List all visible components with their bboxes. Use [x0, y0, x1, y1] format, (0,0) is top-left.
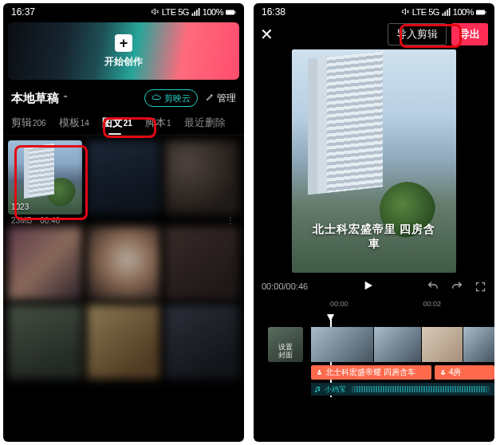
status-time: 16:38: [262, 6, 285, 18]
video-clip[interactable]: [463, 327, 494, 362]
manage-label: 管理: [217, 92, 236, 105]
phone-right-editor: 16:38 LTE 5G 100% ✕ 导入剪辑 导出 北士科宏盛帝里 四房含 …: [254, 3, 494, 442]
svg-rect-0: [191, 13, 193, 15]
tab-template[interactable]: 模板14: [59, 116, 89, 135]
mute-icon: [151, 7, 159, 18]
svg-rect-1: [194, 11, 195, 16]
manage-button[interactable]: 管理: [206, 92, 236, 105]
play-button[interactable]: [361, 279, 374, 292]
thumb-grid-2: [3, 225, 244, 379]
mute-icon: [401, 7, 410, 18]
svg-rect-4: [226, 10, 234, 14]
drafts-header: 本地草稿 ⌃ 剪映云 管理: [3, 85, 244, 112]
voice-clip-1[interactable]: 北士科宏盛帝耀 四房含车: [311, 365, 431, 380]
music-name: 小鸡宝: [325, 384, 346, 395]
status-net: LTE 5G: [412, 7, 439, 17]
thumb-7[interactable]: [8, 305, 82, 379]
waveform: [349, 386, 491, 392]
import-edit-button[interactable]: 导入剪辑: [388, 23, 447, 45]
caret-up-icon[interactable]: ⌃: [62, 94, 69, 103]
status-bar: 16:37 LTE 5G 100%: [3, 3, 244, 21]
redo-button[interactable]: [451, 280, 463, 293]
svg-rect-11: [486, 11, 486, 14]
drafts-title[interactable]: 本地草稿: [11, 91, 59, 106]
tab-clip[interactable]: 剪辑206: [11, 116, 46, 135]
thumb-1[interactable]: 1023: [8, 140, 82, 215]
tab-tuwen[interactable]: 图文21: [102, 116, 132, 135]
svg-rect-2: [196, 10, 198, 16]
thumb-9[interactable]: [165, 305, 239, 379]
tab-script[interactable]: 脚本1: [145, 116, 171, 135]
plus-icon: +: [115, 34, 132, 52]
video-clip[interactable]: [422, 327, 463, 362]
export-button[interactable]: 导出: [451, 23, 488, 45]
svg-rect-7: [444, 11, 446, 16]
svg-rect-6: [442, 13, 443, 15]
set-cover-button[interactable]: 设置封面: [268, 327, 303, 362]
voice-clip-2[interactable]: 4房: [435, 365, 494, 380]
undo-button[interactable]: [427, 280, 439, 293]
fullscreen-button[interactable]: [474, 281, 486, 293]
status-battery: 100%: [203, 7, 223, 17]
thumb-6[interactable]: [165, 226, 239, 301]
status-right: LTE 5G 100%: [151, 7, 236, 18]
thumb-3[interactable]: [165, 140, 239, 215]
svg-rect-10: [476, 10, 485, 14]
close-button[interactable]: ✕: [260, 25, 274, 44]
start-create-card[interactable]: + 开始创作: [8, 22, 239, 80]
timeline-ruler: 00:00 00:02: [254, 297, 494, 309]
preview-viewport[interactable]: 北士科宏盛帝里 四房含 車: [292, 49, 456, 273]
thumb-8[interactable]: [87, 305, 161, 379]
editor-topbar: ✕ 导入剪辑 导出: [254, 21, 494, 48]
cloud-sync-button[interactable]: 剪映云: [144, 89, 198, 107]
status-time: 16:37: [11, 6, 35, 18]
thumb-1-duration: 00:46: [40, 216, 60, 225]
transport-row: 00:00/00:46: [254, 276, 494, 297]
thumb-1-meta: 23MB 00:46 ⋮: [3, 215, 244, 225]
cloud-label: 剪映云: [164, 93, 191, 104]
thumb-1-badge: 1023: [11, 203, 29, 211]
thumb-2[interactable]: [87, 140, 161, 215]
music-track[interactable]: 小鸡宝: [311, 383, 494, 396]
tabs: 剪辑206 模板14 图文21 脚本1 最近删除: [3, 112, 244, 136]
svg-rect-3: [199, 8, 200, 16]
svg-rect-5: [235, 11, 236, 14]
timeline[interactable]: 设置封面 北士科宏盛帝耀 四房含车 4房 小鸡宝: [254, 309, 494, 397]
svg-rect-9: [449, 8, 451, 16]
signal-icon: [191, 8, 200, 17]
video-clip[interactable]: [311, 327, 373, 362]
thumb-1-size: 23MB: [11, 216, 32, 225]
thumb-grid: 1023: [3, 136, 244, 215]
signal-icon: [442, 8, 451, 17]
thumb-1-more[interactable]: ⋮: [226, 216, 236, 225]
status-bar: 16:38 LTE 5G 100%: [254, 3, 494, 21]
start-create-label: 开始创作: [104, 55, 143, 69]
thumb-4[interactable]: [8, 226, 82, 301]
cloud-icon: [152, 93, 161, 103]
thumb-5[interactable]: [87, 226, 161, 301]
video-track[interactable]: [311, 327, 494, 362]
timecode: 00:00/00:46: [262, 282, 308, 291]
status-right: LTE 5G 100%: [401, 7, 486, 18]
pencil-icon: [206, 93, 215, 104]
tab-recent-delete[interactable]: 最近删除: [184, 116, 226, 135]
battery-icon: [226, 8, 236, 17]
status-net: LTE 5G: [162, 7, 189, 17]
voice-track[interactable]: 北士科宏盛帝耀 四房含车 4房: [311, 365, 494, 380]
battery-icon: [476, 8, 486, 17]
svg-rect-8: [447, 10, 448, 16]
phone-left-drafts: 16:37 LTE 5G 100% + 开始创作 本地草稿 ⌃ 剪映云: [3, 3, 244, 442]
preview-caption: 北士科宏盛帝里 四房含 車: [292, 222, 456, 250]
status-battery: 100%: [453, 7, 474, 17]
video-clip[interactable]: [374, 327, 421, 362]
